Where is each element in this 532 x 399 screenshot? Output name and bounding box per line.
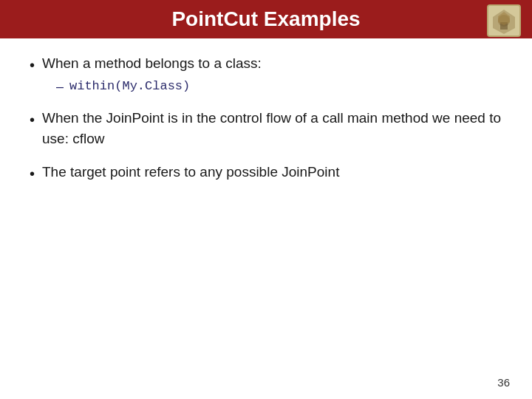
bullet-dot-2: •: [30, 109, 35, 131]
page-number: 36: [497, 376, 510, 389]
slide-title: PointCut Examples: [171, 7, 360, 31]
bullet-dot-1: •: [30, 55, 35, 76]
bullet-dot-3: •: [30, 163, 35, 185]
bullet-item-2: • When the JoinPoint is in the control f…: [30, 108, 502, 149]
sub-bullet-text-1: within(My.Class): [69, 79, 190, 93]
slide-content: • When a method belongs to a class: – wi…: [0, 38, 532, 399]
bullet-text-2: When the JoinPoint is in the control flo…: [42, 108, 502, 149]
slide-container: PointCut Examples • When a method belong…: [0, 0, 532, 399]
sub-bullet-1-1: – within(My.Class): [56, 79, 502, 95]
bullet-main-1: • When a method belongs to a class:: [30, 53, 502, 76]
bullet-main-3: • The target point refers to any possibl…: [30, 162, 502, 185]
sub-bullet-dash-1: –: [56, 79, 64, 95]
slide-header: PointCut Examples: [0, 0, 532, 38]
bullet-text-3: The target point refers to any possible …: [42, 162, 502, 183]
logo-area: [485, 3, 523, 38]
bullet-item-3: • The target point refers to any possibl…: [30, 162, 502, 185]
bullet-text-1: When a method belongs to a class:: [42, 53, 502, 74]
bullet-item-1: • When a method belongs to a class: – wi…: [30, 53, 502, 95]
university-logo: [487, 4, 521, 37]
bullet-main-2: • When the JoinPoint is in the control f…: [30, 108, 502, 149]
